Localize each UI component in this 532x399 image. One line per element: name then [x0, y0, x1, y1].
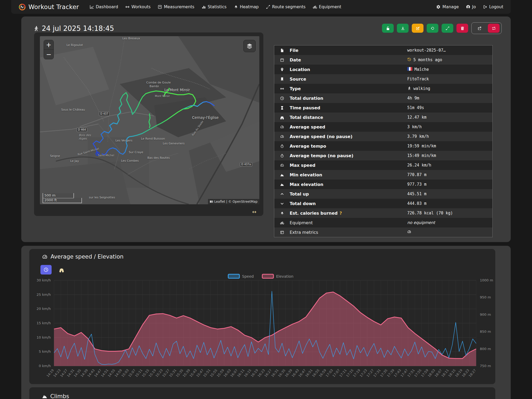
nav-item-equipment[interactable]: Equipment: [313, 5, 341, 9]
nav-item-label: Route segments: [272, 5, 306, 9]
navbar: Workout Tracker DashboardWorkoutsMeasure…: [11, 0, 511, 14]
download-button[interactable]: [397, 24, 409, 33]
nav-item-statistics[interactable]: Statistics: [202, 5, 227, 9]
osm-link[interactable]: © OpenStreetMap: [228, 200, 257, 203]
svg-text:800 m: 800 m: [480, 347, 491, 351]
share-button[interactable]: [473, 24, 485, 33]
detail-label: Min elevation: [290, 172, 407, 177]
detail-row-min-elevation: Min elevation 770.87 m: [274, 170, 492, 180]
svg-text:16:59: 16:59: [318, 368, 327, 378]
refresh-button[interactable]: [427, 24, 438, 33]
svg-text:14:35: 14:35: [73, 368, 82, 378]
chart-legend[interactable]: SpeedElevation: [228, 274, 293, 279]
nav-right-items: ManageJoLogout: [436, 5, 503, 9]
chart-section: Average speed / Elevation 0 km/h5 km/h10…: [21, 246, 511, 399]
nav-item-route-segments[interactable]: Route segments: [266, 5, 306, 9]
leaflet-flag-icon: [210, 200, 213, 203]
svg-text:15:35: 15:35: [175, 368, 184, 378]
detail-label: Total down: [290, 201, 407, 206]
leaflet-link[interactable]: Leaflet: [214, 200, 225, 203]
svg-text:15:51: 15:51: [202, 368, 211, 378]
map-scale-control: 500 m 2000 ft: [43, 193, 82, 203]
svg-text:20 km/h: 20 km/h: [37, 307, 51, 311]
svg-text:0 km/h: 0 km/h: [39, 364, 51, 368]
detail-value-link[interactable]: 5 months ago: [413, 57, 442, 62]
map-resize-handle[interactable]: ↔: [252, 209, 256, 215]
map-place-label: Sur Craye: [129, 151, 143, 154]
nav-item-label: Heatmap: [240, 5, 259, 9]
svg-text:16:27: 16:27: [264, 368, 272, 378]
leaflet-map[interactable]: Les BreseuxLe RigoulotCombe de GouleBamb…: [40, 36, 259, 204]
mountain-icon: [280, 182, 284, 186]
route-segments-button[interactable]: [442, 24, 453, 33]
x-axis-distance-toggle[interactable]: [56, 265, 67, 275]
nav-item-jo[interactable]: Jo: [466, 5, 476, 9]
detail-value-link[interactable]: workout-2025-07…: [407, 48, 446, 53]
user-icon: [466, 5, 470, 9]
nav-item-label: Jo: [472, 5, 476, 9]
workout-details-table: File workout-2025-07… Date 5 months ago …: [274, 45, 493, 237]
zoom-in-button[interactable]: +: [44, 40, 53, 50]
svg-text:16:35: 16:35: [277, 368, 286, 378]
detail-value-text: FitoTrack: [407, 77, 429, 81]
gauge-icon: [280, 135, 284, 139]
route-icon: [266, 5, 270, 9]
list-icon: [280, 230, 284, 234]
speed-elevation-chart[interactable]: 0 km/h5 km/h10 km/h15 km/h20 km/h25 km/h…: [31, 273, 493, 381]
edit-button[interactable]: [412, 24, 423, 33]
svg-text:15:31: 15:31: [168, 368, 177, 378]
x-axis-time-toggle[interactable]: [40, 265, 52, 275]
detail-label: Date: [290, 57, 407, 63]
detail-value-text: 26.24 km/h: [407, 163, 431, 168]
detail-row-time-paused: Time paused 51m 49s: [274, 103, 492, 113]
svg-text:17:15: 17:15: [346, 368, 354, 378]
svg-text:15:15: 15:15: [141, 368, 150, 378]
svg-text:17:11: 17:11: [339, 368, 347, 378]
app-brand[interactable]: Workout Tracker: [19, 3, 79, 11]
svg-text:15:07: 15:07: [128, 368, 136, 378]
gauge-icon: [407, 230, 411, 235]
svg-text:16:19: 16:19: [250, 368, 259, 378]
detail-value-text: 19:59 min/km: [407, 144, 436, 148]
nav-item-manage[interactable]: Manage: [436, 5, 459, 9]
zoom-out-button[interactable]: −: [44, 50, 53, 59]
map-place-label: Bois des Aiges: [79, 134, 91, 140]
nav-item-heatmap[interactable]: Heatmap: [234, 5, 259, 9]
hourglass-icon: [280, 106, 284, 110]
svg-text:18:11: 18:11: [441, 368, 450, 378]
layers-control[interactable]: [243, 40, 256, 52]
unlock-button[interactable]: [382, 24, 394, 33]
climbs-title: Climbs: [42, 393, 69, 399]
detail-row-location: Location Maîche: [274, 65, 492, 74]
svg-text:850 m: 850 m: [480, 330, 491, 334]
nav-item-dashboard[interactable]: Dashboard: [90, 5, 118, 9]
svg-text:15:47: 15:47: [196, 368, 204, 378]
svg-text:15:39: 15:39: [182, 368, 191, 378]
repeat-button[interactable]: [488, 24, 500, 33]
svg-text:17:27: 17:27: [366, 368, 375, 378]
location-icon: [280, 68, 284, 72]
delete-button[interactable]: [456, 24, 468, 33]
svg-text:15:11: 15:11: [134, 368, 143, 378]
nav-item-workouts[interactable]: Workouts: [125, 5, 151, 9]
svg-text:25 km/h: 25 km/h: [37, 293, 51, 297]
walking-icon: [407, 86, 411, 91]
help-icon[interactable]: ?: [339, 211, 342, 216]
svg-text:17:07: 17:07: [332, 368, 340, 378]
detail-label: Equipment: [290, 220, 407, 225]
nav-item-logout[interactable]: Logout: [483, 5, 503, 9]
svg-text:16:11: 16:11: [236, 368, 245, 378]
layers-icon: [247, 43, 252, 49]
gauge-icon: [42, 254, 48, 260]
svg-text:16:15: 16:15: [243, 368, 252, 378]
svg-text:17:31: 17:31: [373, 368, 381, 378]
calendar-icon: [280, 58, 284, 62]
detail-value-text: 445.51 m: [407, 192, 426, 196]
nav-item-measurements[interactable]: Measurements: [158, 5, 194, 9]
detail-value-text: 3.79 km/h: [407, 134, 429, 139]
svg-text:17:47: 17:47: [400, 368, 409, 378]
svg-text:18:23: 18:23: [461, 368, 470, 378]
map-place-label: Combe de Goule: [146, 81, 171, 84]
svg-text:15 km/h: 15 km/h: [37, 321, 51, 325]
map-place-label: Bas des Routes: [147, 156, 170, 160]
